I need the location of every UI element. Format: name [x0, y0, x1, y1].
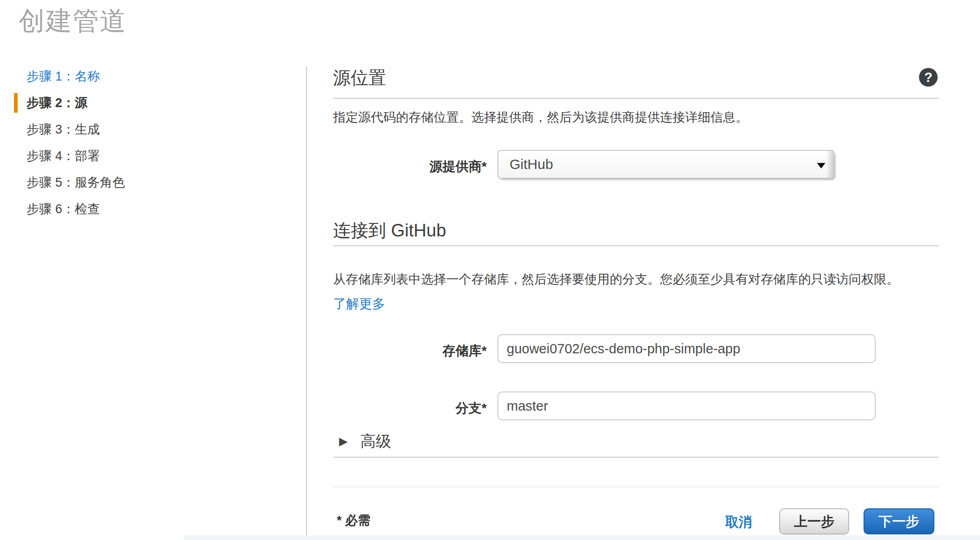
- chevron-right-icon: ▶: [339, 435, 347, 447]
- sidebar-item-step3-build: 步骤 3：生成: [0, 123, 298, 136]
- learn-more-link[interactable]: 了解更多: [333, 295, 385, 313]
- section-heading-connect-github: 连接到 GitHub: [333, 219, 446, 243]
- branch-input[interactable]: [497, 392, 876, 420]
- dropdown-arrow-icon: [817, 163, 825, 169]
- section-divider: [333, 245, 939, 246]
- sidebar-item-step6-review: 步骤 6：检查: [0, 202, 298, 216]
- step-label: 步骤 3：生成: [27, 122, 100, 136]
- main-panel: 源位置 ? 指定源代码的存储位置。选择提供商，然后为该提供商提供连接详细信息。 …: [333, 0, 939, 540]
- help-icon[interactable]: ?: [919, 68, 938, 87]
- repository-label: 存储库*: [333, 342, 487, 360]
- required-note: * 必需: [337, 512, 370, 529]
- page-bottom-strip: [184, 535, 980, 540]
- step-label: 步骤 6：检查: [27, 202, 100, 216]
- source-location-description: 指定源代码的存储位置。选择提供商，然后为该提供商提供连接详细信息。: [333, 108, 748, 127]
- sidebar-item-step1-name[interactable]: 步骤 1：名称: [0, 70, 298, 83]
- next-step-button[interactable]: 下一步: [864, 508, 934, 534]
- section-heading-source-location: 源位置: [333, 66, 386, 90]
- select-edge-shade: [826, 151, 834, 178]
- page-title: 创建管道: [19, 4, 127, 39]
- cancel-button[interactable]: 取消: [725, 513, 752, 532]
- section-divider: [333, 98, 939, 99]
- step-label: 步骤 2：源: [27, 96, 88, 110]
- advanced-toggle[interactable]: ▶ 高级: [339, 431, 391, 452]
- branch-label: 分支*: [333, 399, 487, 417]
- source-provider-select[interactable]: GitHub: [497, 150, 835, 179]
- wizard-steps-nav: 步骤 1：名称 步骤 2：源 步骤 3：生成 步骤 4：部署 步骤 5：服务角色…: [0, 70, 298, 229]
- vertical-divider: [306, 67, 307, 540]
- source-provider-selected-value: GitHub: [510, 151, 553, 178]
- source-provider-label: 源提供商*: [333, 158, 487, 176]
- sidebar-item-step4-deploy: 步骤 4：部署: [0, 149, 298, 162]
- sidebar-item-step5-service-role: 步骤 5：服务角色: [0, 176, 298, 189]
- repository-input[interactable]: [497, 334, 876, 363]
- sidebar-item-step2-source: 步骤 2：源: [0, 96, 298, 109]
- footer-divider: [333, 486, 939, 487]
- step-label: 步骤 1：名称: [27, 69, 100, 83]
- connect-github-description: 从存储库列表中选择一个存储库，然后选择要使用的分支。您必须至少具有对存储库的只读…: [333, 270, 899, 289]
- previous-step-button[interactable]: 上一步: [779, 508, 849, 534]
- create-pipeline-wizard: 创建管道 步骤 1：名称 步骤 2：源 步骤 3：生成 步骤 4：部署 步骤 5…: [0, 0, 980, 540]
- step-label: 步骤 5：服务角色: [27, 176, 125, 189]
- step-label: 步骤 4：部署: [27, 149, 100, 163]
- section-divider: [333, 457, 939, 458]
- advanced-label: 高级: [361, 432, 391, 450]
- current-step-marker: [14, 93, 18, 113]
